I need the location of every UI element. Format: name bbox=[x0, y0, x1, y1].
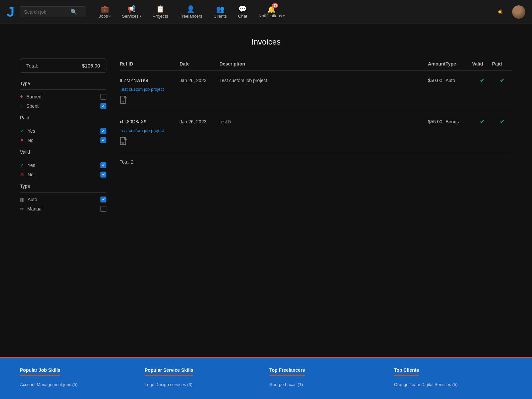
footer-col-top-freelancers: Top FreelancersGeorge Lucas (1) bbox=[269, 367, 387, 387]
jobs-icon: 💼 bbox=[101, 5, 109, 13]
type-0: Auto bbox=[446, 78, 472, 83]
nav-item-clients[interactable]: 👥Clients bbox=[209, 2, 231, 21]
col-header-paid: Paid bbox=[492, 61, 512, 66]
clients-label: Clients bbox=[213, 14, 227, 19]
col-header-type: Type bbox=[446, 61, 472, 66]
date-0: Jan 26, 2023 bbox=[180, 78, 219, 83]
notifications-label: Notifications ▾ bbox=[259, 13, 285, 18]
paid-0: ✔ bbox=[492, 77, 512, 84]
footer-col-title-top-freelancers: Top Freelancers bbox=[269, 367, 305, 376]
nav-actions: ☀️ bbox=[493, 5, 525, 19]
table-row-sub-0: Test custom job project bbox=[120, 86, 512, 94]
filter-manual-checkbox[interactable] bbox=[100, 206, 106, 212]
footer-item-top-freelancers[interactable]: George Lucas (1) bbox=[269, 382, 387, 387]
filter-valid-no-label: No bbox=[28, 172, 34, 177]
nav-item-services[interactable]: 📢Services ▾ bbox=[117, 2, 146, 21]
filter-item-valid-yes[interactable]: ✓Yes bbox=[20, 162, 106, 168]
filter-valid-no-checkbox[interactable] bbox=[100, 172, 106, 178]
filter-item-earned[interactable]: +Earned bbox=[20, 94, 106, 100]
filter-item-left-valid-no: ✕No bbox=[20, 172, 34, 178]
notifications-chevron: ▾ bbox=[283, 14, 285, 18]
filter-item-left-paid-no: ✕No bbox=[20, 137, 34, 143]
clients-icon: 👥 bbox=[216, 5, 224, 13]
filter-item-auto[interactable]: ▦Auto bbox=[20, 197, 106, 202]
footer-item-popular-job-skills[interactable]: Account Management jobs (5) bbox=[20, 382, 138, 387]
svg-text:PDF: PDF bbox=[121, 142, 124, 144]
type-1: Bonus bbox=[446, 119, 472, 124]
amount-1: $55.00 bbox=[416, 119, 446, 124]
total-label: Total: bbox=[26, 63, 38, 68]
filter-item-left-manual: ✏Manual bbox=[20, 206, 43, 211]
filter-title-type: Type bbox=[20, 81, 106, 86]
col-header-description: Description bbox=[219, 61, 416, 66]
total-box: Total: $105.00 bbox=[20, 59, 106, 73]
projects-label: Projects bbox=[153, 14, 168, 19]
date-1: Jan 26, 2023 bbox=[180, 119, 219, 124]
pdf-row-0[interactable]: PDF bbox=[120, 94, 512, 112]
filter-earned-icon: + bbox=[20, 94, 23, 100]
jobs-chevron: ▾ bbox=[109, 14, 111, 18]
valid-1: ✔ bbox=[472, 118, 492, 125]
filter-paid-yes-checkbox[interactable] bbox=[100, 128, 106, 134]
footer-col-title-top-clients: Top Clients bbox=[394, 367, 419, 376]
filter-title-invoice-type: Type bbox=[20, 184, 106, 189]
footer-item-popular-service-skills[interactable]: Logo Design services (3) bbox=[145, 382, 263, 387]
col-header-valid: Valid bbox=[472, 61, 492, 66]
footer-item-top-clients[interactable]: Orange Team Digital Services (5) bbox=[394, 382, 512, 387]
nav-item-chat[interactable]: 💬Chat bbox=[233, 2, 252, 21]
filter-sections: Type+Earned−SpentPaid✓Yes✕NoValid✓Yes✕No… bbox=[20, 81, 106, 212]
svg-text:PDF: PDF bbox=[121, 101, 124, 103]
filter-item-left-auto: ▦Auto bbox=[20, 197, 37, 202]
nav-item-notifications[interactable]: 🔔13Notifications ▾ bbox=[254, 3, 290, 21]
chat-label: Chat bbox=[238, 14, 247, 19]
filter-item-left-paid-yes: ✓Yes bbox=[20, 128, 35, 134]
nav-item-projects[interactable]: 📋Projects bbox=[148, 2, 173, 21]
filter-item-spent[interactable]: −Spent bbox=[20, 103, 106, 109]
filter-item-valid-no[interactable]: ✕No bbox=[20, 172, 106, 178]
filter-item-paid-no[interactable]: ✕No bbox=[20, 137, 106, 143]
filter-spent-checkbox[interactable] bbox=[100, 103, 106, 109]
filter-valid-yes-icon: ✓ bbox=[20, 162, 24, 168]
footer-col-popular-job-skills: Popular Job SkillsAccount Management job… bbox=[20, 367, 138, 387]
row-link-1[interactable]: Test custom job project bbox=[120, 128, 164, 133]
pdf-icon-0[interactable]: PDF bbox=[120, 96, 128, 105]
row-link-0[interactable]: Test custom job project bbox=[120, 87, 164, 92]
col-header-amount: Amount bbox=[416, 61, 446, 66]
services-icon: 📢 bbox=[127, 5, 136, 13]
projects-icon: 📋 bbox=[156, 5, 165, 13]
avatar[interactable] bbox=[512, 5, 525, 19]
theme-toggle[interactable]: ☀️ bbox=[493, 7, 507, 17]
filter-auto-checkbox[interactable] bbox=[100, 197, 106, 202]
avatar-image bbox=[512, 5, 525, 19]
filter-auto-label: Auto bbox=[28, 197, 37, 202]
filter-item-manual[interactable]: ✏Manual bbox=[20, 206, 106, 212]
freelancers-label: Freelancers bbox=[180, 14, 202, 19]
table-row-sub-1: Test custom job project bbox=[120, 127, 512, 136]
site-footer: Popular Job SkillsAccount Management job… bbox=[0, 357, 532, 399]
pdf-icon-1[interactable]: PDF bbox=[120, 137, 128, 146]
filter-paid-no-checkbox[interactable] bbox=[100, 137, 106, 143]
search-input[interactable] bbox=[24, 9, 70, 15]
footer-col-title-popular-service-skills: Popular Service Skills bbox=[145, 367, 193, 376]
paid-1: ✔ bbox=[492, 118, 512, 125]
amount-0: $50.00 bbox=[416, 78, 446, 83]
col-header-date: Date bbox=[180, 61, 219, 66]
table-row-main-0: ILZMYNw1K4Jan 26, 2023Test custom job pr… bbox=[120, 71, 512, 86]
ref-id-0: ILZMYNw1K4 bbox=[120, 78, 180, 83]
navbar: J 🔍 💼Jobs ▾📢Services ▾📋Projects👤Freelanc… bbox=[0, 0, 532, 24]
nav-item-jobs[interactable]: 💼Jobs ▾ bbox=[94, 2, 115, 21]
table-row-1: xLk80D8aX9Jan 26, 2023test 5$55.00Bonus✔… bbox=[120, 112, 512, 153]
filter-valid-yes-checkbox[interactable] bbox=[100, 162, 106, 168]
filter-spent-label: Spent bbox=[26, 103, 39, 109]
search-bar[interactable]: 🔍 bbox=[20, 6, 86, 17]
filter-earned-checkbox[interactable] bbox=[100, 94, 106, 100]
content-layout: Total: $105.00 Type+Earned−SpentPaid✓Yes… bbox=[20, 59, 512, 218]
nav-item-freelancers[interactable]: 👤Freelancers bbox=[175, 2, 207, 21]
filter-manual-label: Manual bbox=[27, 206, 43, 211]
app-logo[interactable]: J bbox=[7, 5, 14, 19]
pdf-row-1[interactable]: PDF bbox=[120, 136, 512, 153]
total-amount: $105.00 bbox=[82, 63, 100, 68]
table-row-main-1: xLk80D8aX9Jan 26, 2023test 5$55.00Bonus✔… bbox=[120, 112, 512, 127]
filter-manual-icon: ✏ bbox=[20, 206, 24, 211]
filter-item-paid-yes[interactable]: ✓Yes bbox=[20, 128, 106, 134]
